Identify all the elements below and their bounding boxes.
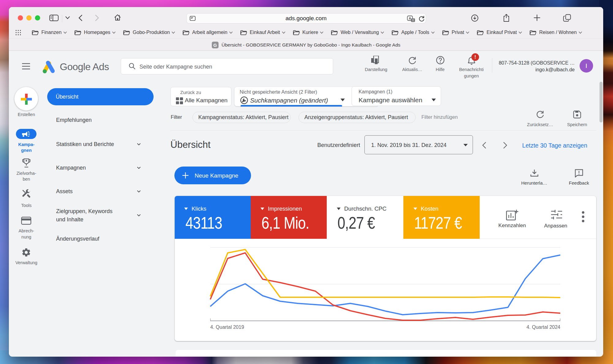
svg-text:A: A — [409, 17, 411, 20]
svg-text:4. Quartal 2024: 4. Quartal 2024 — [527, 325, 560, 330]
svg-text:文: 文 — [412, 19, 414, 22]
svg-text:4. Quartal 2019: 4. Quartal 2019 — [210, 325, 244, 330]
